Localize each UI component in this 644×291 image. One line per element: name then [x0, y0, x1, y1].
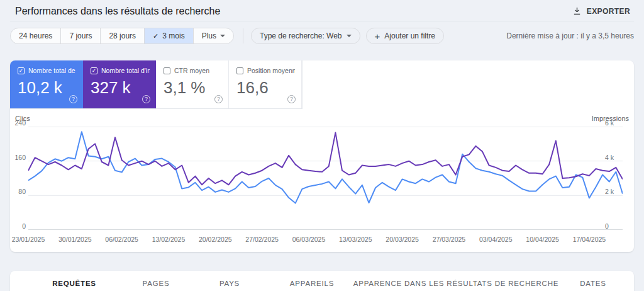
left-axis-tick: 160 — [10, 154, 26, 161]
tab-queries[interactable]: REQUÊTES — [52, 280, 96, 287]
metric-label: Nombre total de c... — [28, 67, 77, 74]
series-line-impressions — [28, 133, 623, 185]
metric-label: Position moyenne — [247, 67, 295, 74]
x-axis-date-label: 20/03/2025 — [386, 236, 419, 243]
help-icon[interactable]: ? — [287, 95, 296, 103]
x-axis-date-label: 03/04/2025 — [479, 236, 513, 243]
metric-card-header: ✓Nombre total d'im... — [91, 67, 150, 74]
left-axis-tick: 240 — [10, 119, 26, 127]
x-axis-date-label: 20/02/2025 — [199, 236, 232, 243]
metric-value: 10,2 k — [18, 78, 77, 98]
tab-dates[interactable]: DATES — [580, 280, 606, 287]
filter-chips: Type de recherche: Web+Ajouter un filtre — [251, 28, 450, 44]
left-axis-tick: 80 — [10, 188, 26, 195]
tab-search-appearance[interactable]: APPARENCE DANS LES RÉSULTATS DE RECHERCH… — [353, 280, 559, 287]
chip-label: Type de recherche: Web — [260, 31, 342, 40]
last-update-text: Dernière mise à jour : il y a 3,5 heures — [506, 31, 634, 40]
filter-bar: 24 heures7 jours28 jours✓3 moisPlus Type… — [10, 28, 634, 44]
search-console-performance-page: Performances dans les résultats de reche… — [0, 0, 644, 291]
add-filter-chip[interactable]: +Ajouter un filtre — [366, 28, 444, 44]
date-range-3-mois[interactable]: ✓3 mois — [145, 28, 194, 43]
date-range-28-jours[interactable]: 28 jours — [101, 28, 145, 43]
series-line-clics — [28, 132, 623, 203]
plus-icon: + — [375, 31, 380, 41]
check-icon: ✓ — [153, 32, 158, 40]
help-icon[interactable]: ? — [69, 95, 77, 103]
metric-card-header: ✓Nombre total de c... — [18, 67, 77, 74]
x-axis-date-label: 13/03/2025 — [339, 236, 372, 243]
metric-cards-row: ✓Nombre total de c...10,2 k?✓Nombre tota… — [10, 60, 303, 109]
x-axis-date-label: 30/01/2025 — [58, 236, 92, 243]
metric-card-total-impressions[interactable]: ✓Nombre total d'im...327 k? — [83, 60, 156, 108]
date-range-label: Plus — [202, 31, 216, 40]
page-title: Performances dans les résultats de reche… — [15, 6, 220, 17]
x-axis-date-label: 10/04/2025 — [526, 236, 559, 243]
x-axis-date-label: 06/03/2025 — [292, 236, 326, 243]
date-range-label: 28 jours — [109, 31, 136, 40]
chip-label: Ajouter un filtre — [384, 31, 435, 40]
checkbox-checked-icon[interactable]: ✓ — [91, 67, 97, 74]
metric-label: Nombre total d'im... — [101, 67, 150, 74]
metric-value: 16,6 — [236, 78, 295, 98]
x-axis-date-label: 13/02/2025 — [152, 236, 186, 243]
metric-card-header: CTR moyen — [164, 67, 222, 74]
performance-chart-card: ✓Nombre total de c...10,2 k?✓Nombre tota… — [10, 60, 634, 252]
x-axis-date-label: 06/02/2025 — [105, 236, 138, 243]
date-range-label: 7 jours — [69, 31, 92, 40]
performance-line-chart — [28, 127, 623, 230]
search-type-chip[interactable]: Type de recherche: Web — [251, 28, 360, 44]
x-axis-date-label: 27/02/2025 — [245, 236, 279, 243]
help-icon[interactable]: ? — [142, 95, 150, 103]
x-axis-date-label: 17/04/2025 — [573, 236, 606, 243]
metric-value: 327 k — [91, 78, 150, 98]
date-range-label: 3 mois — [162, 31, 184, 40]
tab-countries[interactable]: PAYS — [219, 280, 240, 287]
chevron-down-icon — [220, 35, 225, 37]
left-axis-tick: 0 — [10, 222, 26, 230]
date-range-7-jours[interactable]: 7 jours — [61, 28, 101, 43]
dimension-tabs-card: REQUÊTESPAGESPAYSAPPAREILSAPPARENCE DANS… — [10, 271, 634, 291]
export-label: EXPORTER — [587, 7, 630, 16]
date-range-label: 24 heures — [19, 31, 52, 40]
metric-card-header: Position moyenne — [236, 67, 295, 74]
metric-card-avg-position[interactable]: Position moyenne16,6? — [229, 60, 302, 108]
header-divider — [10, 21, 634, 21]
x-axis-date-label: 23/01/2025 — [12, 236, 45, 243]
checkbox-unchecked-icon[interactable] — [164, 67, 170, 74]
metric-value: 3,1 % — [164, 78, 222, 98]
right-axis-tick: 6 k — [605, 119, 614, 127]
filter-divider — [243, 28, 243, 43]
date-range-plus[interactable]: Plus — [194, 28, 233, 43]
metric-label: CTR moyen — [174, 67, 209, 74]
tab-pages[interactable]: PAGES — [143, 280, 170, 287]
checkbox-unchecked-icon[interactable] — [236, 67, 243, 74]
metric-card-total-clicks[interactable]: ✓Nombre total de c...10,2 k? — [10, 60, 83, 108]
chevron-down-icon — [347, 35, 352, 37]
x-axis-date-label: 27/03/2025 — [433, 236, 466, 243]
checkbox-checked-icon[interactable]: ✓ — [18, 67, 25, 74]
tab-devices[interactable]: APPAREILS — [290, 280, 334, 287]
help-icon[interactable]: ? — [214, 95, 223, 103]
date-range-24-heures[interactable]: 24 heures — [11, 28, 61, 43]
metric-card-avg-ctr[interactable]: CTR moyen3,1 %? — [156, 60, 229, 108]
date-range-selector: 24 heures7 jours28 jours✓3 moisPlus — [10, 28, 234, 44]
export-button[interactable]: EXPORTER — [569, 4, 634, 18]
download-icon — [572, 6, 582, 16]
